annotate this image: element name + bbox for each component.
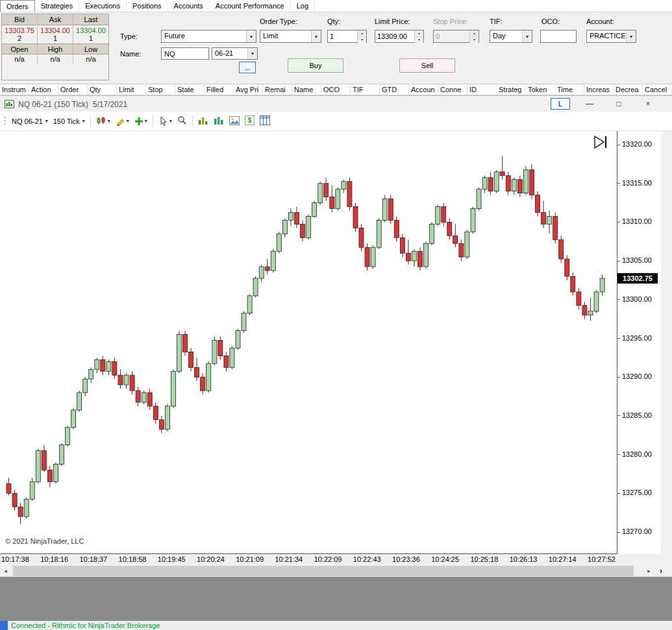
grid-column-action[interactable]: Action [29, 84, 58, 95]
grid-column-qty[interactable]: Qty [88, 84, 117, 95]
chart-window-titlebar[interactable]: NQ 06-21 (150 Tick) 5/17/2021 L — □ × [0, 95, 672, 112]
high-value: n/a [38, 55, 73, 64]
tab-strip: OrdersStrategiesExecutionsPositionsAccou… [0, 0, 672, 12]
buy-button[interactable]: Buy [288, 58, 343, 73]
grid-column-increas[interactable]: Increas [584, 84, 614, 95]
tif-select[interactable]: Day ▾ [490, 30, 532, 43]
grid-column-avg-pri[interactable]: Avg Pri [234, 84, 263, 95]
grid-column-filled[interactable]: Filled [205, 84, 234, 95]
time-tick-label: 10:24:25 [431, 555, 459, 565]
oco-input[interactable] [540, 30, 577, 43]
price-axis[interactable]: 13320.0013315.0013310.0013305.0013300.00… [0, 131, 661, 554]
grid-column-order[interactable]: Order [58, 84, 88, 95]
playback-marker-icon[interactable] [593, 135, 609, 149]
instrument-type-select[interactable]: Future ▾ [161, 30, 256, 43]
tab-positions[interactable]: Positions [127, 0, 168, 12]
scrollbar-thumb[interactable] [13, 566, 634, 576]
grid-column-time[interactable]: Time [555, 84, 584, 95]
grid-column-id[interactable]: ID [467, 84, 497, 95]
tif-value: Day [490, 30, 522, 42]
price-tick-label: 13285.00 [622, 411, 652, 419]
chevron-down-icon[interactable]: ▾ [247, 48, 257, 59]
grid-column-accoun[interactable]: Accoun [409, 84, 438, 95]
chevron-down-icon[interactable]: ▾ [246, 30, 256, 42]
instrument-selector[interactable]: NQ 06-21▾ [12, 117, 48, 125]
order-type-select[interactable]: Limit ▾ [260, 30, 321, 43]
snapshot-icon[interactable] [229, 116, 240, 127]
tab-executions[interactable]: Executions [79, 0, 127, 12]
chart-window-icon [5, 100, 14, 110]
close-icon[interactable]: × [638, 97, 658, 110]
chevron-down-icon[interactable]: ▾ [522, 30, 532, 42]
quote-size-row: 2 1 1 [2, 35, 108, 43]
expiry-select[interactable]: 06-21 ▾ [212, 47, 258, 60]
time-tick-label: 10:21:34 [275, 555, 303, 565]
last-price: 13304.00 [73, 25, 108, 35]
account-select[interactable]: PRACTICE! ▾ [586, 30, 636, 43]
tab-account-performance[interactable]: Account Performance [210, 0, 291, 12]
market-analyzer-icon[interactable] [260, 115, 270, 127]
grid-column-instrum[interactable]: Instrum [0, 84, 29, 95]
grid-column-gtd[interactable]: GTD [380, 84, 409, 95]
tab-log[interactable]: Log [291, 0, 315, 12]
grid-column-cancel[interactable]: Cancel [643, 84, 672, 95]
grid-column-state[interactable]: State [175, 84, 205, 95]
scroll-left-icon[interactable]: ◂ [0, 565, 11, 577]
sell-button[interactable]: Sell [399, 58, 455, 73]
zoom-in-icon[interactable] [177, 115, 187, 127]
limit-price-input[interactable] [375, 30, 414, 42]
drawing-tools-button[interactable]: ▾ [116, 116, 129, 126]
grid-column-stop[interactable]: Stop [146, 84, 175, 95]
tab-accounts[interactable]: Accounts [168, 0, 210, 12]
add-indicator-button[interactable]: ▾ [134, 117, 147, 126]
grid-column-token[interactable]: Token [526, 84, 555, 95]
grid-column-conne[interactable]: Conne [438, 84, 467, 95]
spin-down-icon[interactable]: ▾ [358, 37, 366, 43]
data-series-icon[interactable] [214, 115, 224, 127]
toolbar-grip-icon[interactable] [3, 115, 6, 127]
chevron-down-icon[interactable]: ▾ [626, 30, 636, 42]
scroll-right-icon[interactable]: ▸ [643, 565, 654, 577]
interval-selector[interactable]: 150 Tick▾ [53, 117, 85, 125]
indicators-panel-icon[interactable] [198, 115, 208, 127]
spin-up-icon[interactable]: ▴ [415, 30, 423, 37]
limit-price-spin-buttons[interactable]: ▴▾ [414, 30, 423, 42]
expand-chevron-icon[interactable]: › [660, 566, 662, 575]
time-tick-label: 10:22:43 [353, 555, 381, 565]
tab-strategies[interactable]: Strategies [35, 0, 80, 12]
limit-price-stepper[interactable]: ▴▾ [375, 30, 424, 43]
grid-column-decrea[interactable]: Decrea [614, 84, 643, 95]
more-options-button[interactable]: ... [239, 62, 256, 73]
link-button[interactable]: L [551, 98, 570, 110]
taskbar-app-icon[interactable] [0, 621, 8, 630]
grid-column-oco[interactable]: OCO [321, 84, 351, 95]
grid-column-strateg[interactable]: Strateg [497, 84, 526, 95]
low-value: n/a [73, 55, 108, 64]
qty-spin-buttons[interactable]: ▴▾ [357, 30, 366, 42]
horizontal-scrollbar[interactable]: ◂ ▸ › [0, 565, 672, 577]
chart-style-button[interactable]: ▾ [96, 116, 110, 126]
chevron-down-icon[interactable]: ▾ [311, 30, 321, 42]
spin-up-icon[interactable]: ▴ [358, 30, 366, 37]
qty-input[interactable] [328, 30, 357, 42]
pointer-tool-button[interactable]: ▾ [158, 116, 172, 126]
spin-down-icon[interactable]: ▾ [415, 37, 423, 43]
instrument-name-input[interactable] [161, 47, 209, 60]
scrollbar-track[interactable] [11, 565, 643, 577]
grid-column-tif[interactable]: TIF [351, 84, 380, 95]
grid-column-remai[interactable]: Remai [263, 84, 292, 95]
ask-header: Ask [38, 14, 73, 25]
connection-status: Connected - Rithmic for NinjaTrader Brok… [11, 622, 160, 629]
time-axis[interactable]: 10:17:3810:18:1610:18:3710:18:5810:19:45… [0, 554, 618, 565]
chart-area[interactable]: 13320.0013315.0013310.0013305.0013300.00… [0, 131, 672, 554]
chart-trader-icon[interactable]: $ [245, 115, 255, 127]
tab-orders[interactable]: Orders [0, 0, 35, 12]
chevron-down-icon: ▾ [127, 118, 129, 124]
high-header: High [38, 43, 73, 55]
grid-column-name[interactable]: Name [292, 84, 321, 95]
ask-size: 1 [38, 35, 73, 43]
maximize-icon[interactable]: □ [609, 97, 628, 110]
grid-column-limit[interactable]: Limit [117, 84, 146, 95]
qty-stepper[interactable]: ▴▾ [327, 30, 367, 43]
minimize-icon[interactable]: — [580, 97, 599, 110]
